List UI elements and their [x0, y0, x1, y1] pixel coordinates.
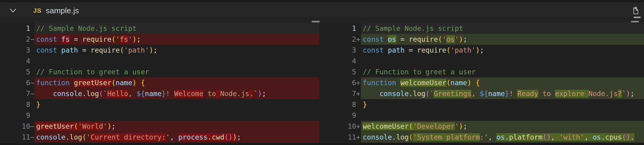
line-gutter: 7+ [319, 88, 361, 99]
added-line[interactable]: 11+console.log('System platform:', os.pl… [319, 132, 644, 143]
context-line[interactable]: 4 [319, 56, 644, 66]
line-number: 10 [319, 121, 356, 132]
token-variable: os [388, 35, 396, 43]
code-line[interactable]: const os = require('os'); [361, 34, 644, 45]
open-file-icon[interactable] [631, 5, 641, 16]
context-line[interactable]: 1// Sample Node.js script [0, 23, 319, 34]
token-string: ` [253, 90, 258, 98]
token-function: require [82, 35, 111, 43]
no-sign [30, 66, 34, 77]
token-punct: = [70, 35, 82, 43]
token-string: Node.js [220, 90, 249, 98]
code-line[interactable]: } [361, 99, 644, 110]
window-top-strip [0, 0, 644, 2]
line-gutter: 3 [319, 45, 361, 56]
horizontal-scrollbar-thumb-original[interactable] [312, 21, 320, 22]
token-function: cpus [605, 133, 622, 141]
code-line[interactable]: welcomeUser('Developer'); [361, 121, 644, 132]
line-number: 5 [319, 66, 356, 77]
code-line[interactable]: } [34, 99, 319, 110]
chevron-down-icon[interactable] [8, 6, 18, 15]
token-keyword: } [505, 90, 509, 98]
line-gutter: 7− [0, 88, 34, 99]
deleted-line[interactable]: 2−const fs = require('fs'); [0, 34, 319, 45]
token-string: 'System platform [413, 133, 480, 141]
added-line[interactable]: 7+ console.log(`Greetings, ${name}! Read… [319, 88, 644, 99]
token-string: 'World [78, 122, 103, 130]
token-string: ' [166, 133, 170, 141]
horizontal-scrollbar-thumb-modified[interactable] [631, 21, 639, 22]
added-line[interactable]: 6+function welcomeUser(name) { [319, 77, 644, 88]
token-keyword: const [36, 46, 61, 54]
token-punct: . [505, 133, 509, 141]
added-line[interactable]: 10+welcomeUser('Developer'); [319, 121, 644, 132]
token-variable: console [363, 133, 392, 141]
token-punct [36, 90, 53, 98]
deleted-line[interactable]: 10−greetUser('World'); [0, 121, 319, 132]
token-punct [471, 79, 476, 87]
code-line[interactable]: // Function to greet a user [34, 66, 319, 77]
context-line[interactable]: 4 [0, 56, 319, 66]
file-diff-header: JS sample.js [0, 2, 644, 19]
context-line[interactable]: 9 [0, 110, 319, 121]
token-bracket1: ) [107, 122, 111, 130]
code-line[interactable]: console.log('System platform:', os.platf… [361, 132, 644, 143]
context-line[interactable]: 5// Function to greet a user [0, 66, 319, 77]
code-line[interactable]: console.log('Current directory:', proces… [34, 132, 319, 143]
window-bottom-strip [0, 143, 644, 145]
deleted-line[interactable]: 11−console.log('Current directory:', pro… [0, 132, 319, 143]
token-bracket1: { [476, 79, 480, 87]
added-sign: + [356, 132, 361, 143]
diff-editor-window: JS sample.js 1// Sample Node.js script2−… [0, 0, 644, 145]
line-number: 8 [319, 99, 356, 110]
code-line[interactable]: greetUser('World'); [34, 121, 319, 132]
js-language-icon: JS [33, 7, 42, 14]
code-line[interactable]: console.log(`Hello, ${name}! Welcome to … [34, 88, 319, 99]
deleted-line[interactable]: 7− console.log(`Hello, ${name}! Welcome … [0, 88, 319, 99]
deleted-line[interactable]: 6−function greetUser(name) { [0, 77, 319, 88]
context-line[interactable]: 5// Function to greet a user [319, 66, 644, 77]
token-bracket1: ( [446, 79, 451, 87]
token-bracket1: ) [459, 35, 463, 43]
token-bracket2: ( [622, 133, 626, 141]
token-string: ' [455, 35, 459, 43]
code-line[interactable] [361, 110, 644, 121]
token-string: ! [166, 90, 174, 98]
code-line[interactable]: const fs = require('fs'); [34, 34, 319, 45]
token-punct: ; [136, 35, 141, 43]
code-line[interactable]: function welcomeUser(name) { [361, 77, 644, 88]
code-line[interactable]: console.log(`Greetings, ${name}! Ready t… [361, 88, 644, 99]
code-line[interactable] [34, 56, 319, 66]
token-string: Greetings [434, 90, 471, 98]
code-line[interactable]: // Function to greet a user [361, 66, 644, 77]
code-line[interactable]: // Sample Node.js script [34, 23, 319, 34]
no-sign [356, 45, 361, 56]
token-punct: ; [111, 122, 116, 130]
token-punct: , [584, 133, 593, 141]
line-number: 9 [319, 110, 356, 121]
vertical-scrollbar-thumb-modified[interactable] [634, 17, 641, 18]
code-line[interactable]: // Sample Node.js script [361, 23, 644, 34]
code-line[interactable]: function greetUser(name) { [34, 77, 319, 88]
token-string: 'with' [559, 133, 584, 141]
token-string: 'Developer [413, 122, 454, 130]
context-line[interactable]: 3const path = require('path'); [0, 45, 319, 56]
token-punct: ; [463, 35, 467, 43]
code-line[interactable]: const path = require('path'); [361, 45, 644, 56]
code-line[interactable] [361, 56, 644, 66]
context-line[interactable]: 8} [0, 99, 319, 110]
token-bracket1: ( [438, 35, 442, 43]
context-line[interactable]: 1// Sample Node.js script [319, 23, 644, 34]
token-function: platform [509, 133, 543, 141]
token-bracket2: ( [224, 133, 228, 141]
context-line[interactable]: 3const path = require('path'); [319, 45, 644, 56]
token-string: to [203, 90, 216, 98]
token-string: ' [103, 122, 107, 130]
context-line[interactable]: 8} [319, 99, 644, 110]
code-line[interactable]: const path = require('path'); [34, 45, 319, 56]
token-comment: // Function to greet a user [363, 68, 476, 76]
added-line[interactable]: 2+const os = require('os'); [319, 34, 644, 45]
token-bracket1: ( [446, 46, 451, 54]
context-line[interactable]: 9 [319, 110, 644, 121]
code-line[interactable] [34, 110, 319, 121]
